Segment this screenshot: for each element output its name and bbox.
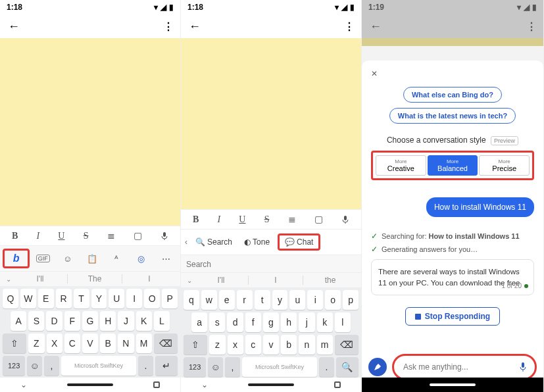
key-o[interactable]: o xyxy=(325,290,341,310)
key-u[interactable]: u xyxy=(289,290,305,310)
suggestion-1[interactable]: I'll xyxy=(13,274,67,283)
fmt-list-icon[interactable]: ≣ xyxy=(107,230,115,241)
key-x[interactable]: X xyxy=(47,333,62,353)
key-z[interactable]: Z xyxy=(28,333,44,353)
suggestion-1[interactable]: I'll xyxy=(194,276,248,285)
mode-back-icon[interactable]: ‹ xyxy=(185,237,187,247)
key-backspace[interactable]: ⌫ xyxy=(154,333,178,353)
key-y[interactable]: Y xyxy=(91,289,107,308)
key-c[interactable]: C xyxy=(64,333,80,353)
style-balanced[interactable]: More Balanced xyxy=(428,155,478,176)
nav-home-pill[interactable] xyxy=(248,383,294,386)
key-l[interactable]: L xyxy=(154,311,170,331)
key-a[interactable]: A xyxy=(11,311,26,331)
nav-home-pill[interactable] xyxy=(430,383,476,386)
key-search[interactable]: 🔍 xyxy=(336,357,359,377)
stop-responding-button[interactable]: Stop Responding xyxy=(405,307,500,326)
key-c[interactable]: c xyxy=(245,335,261,355)
key-space[interactable]: Microsoft SwiftKey xyxy=(61,356,136,376)
back-button[interactable]: ← xyxy=(189,20,201,34)
more-menu[interactable]: ⋮ xyxy=(526,20,535,33)
key-comma[interactable]: , xyxy=(44,356,59,376)
nav-down-icon[interactable]: ⌄ xyxy=(20,380,27,389)
key-s[interactable]: S xyxy=(28,311,44,331)
clipboard-button[interactable]: 📋 xyxy=(80,249,103,268)
key-period[interactable]: . xyxy=(319,357,334,377)
kb-search-input[interactable] xyxy=(186,260,356,269)
more-kb-icon[interactable]: ⋯ xyxy=(155,249,178,268)
key-g[interactable]: G xyxy=(82,311,98,331)
suggestion-2[interactable]: I xyxy=(249,276,303,285)
key-a[interactable]: a xyxy=(191,312,207,332)
key-b[interactable]: b xyxy=(281,335,297,355)
key-i[interactable]: I xyxy=(126,289,142,308)
key-r[interactable]: r xyxy=(237,290,253,310)
key-i[interactable]: i xyxy=(307,290,323,310)
keyboard[interactable]: Q W E R T Y U I O P A S D F G H J K L ⇧ … xyxy=(0,286,180,381)
suggestion-chip[interactable]: What is the latest news in tech? xyxy=(389,108,516,124)
fmt-list-icon[interactable]: ≣ xyxy=(288,214,296,225)
mic-icon[interactable] xyxy=(514,362,532,372)
suggestion-chip[interactable]: What else can Bing do? xyxy=(403,87,502,103)
broom-button[interactable] xyxy=(368,358,387,376)
key-backspace[interactable]: ⌫ xyxy=(335,335,359,355)
key-n[interactable]: n xyxy=(299,335,314,355)
fmt-camera-icon[interactable]: ▢ xyxy=(314,214,323,225)
mode-tone[interactable]: ◐ Tone xyxy=(240,235,274,249)
key-o[interactable]: O xyxy=(144,289,160,308)
key-x[interactable]: x xyxy=(228,335,243,355)
key-j[interactable]: j xyxy=(299,312,314,332)
key-enter[interactable]: ↵ xyxy=(155,356,178,376)
key-f[interactable]: F xyxy=(64,311,80,331)
key-f[interactable]: f xyxy=(245,312,261,332)
key-emoji[interactable]: ☺ xyxy=(27,356,42,376)
style-precise[interactable]: More Precise xyxy=(479,155,530,176)
key-k[interactable]: K xyxy=(136,311,152,331)
bing-button[interactable]: b xyxy=(3,249,30,268)
key-m[interactable]: m xyxy=(317,335,333,355)
key-n[interactable]: N xyxy=(118,333,134,353)
key-123[interactable]: 123 xyxy=(3,356,25,376)
translate-button[interactable]: ᴬ xyxy=(105,249,128,268)
collapse-sug-icon[interactable]: ⌄ xyxy=(185,277,194,284)
key-shift[interactable]: ⇧ xyxy=(3,333,26,353)
more-menu[interactable]: ⋮ xyxy=(344,20,353,33)
fmt-strike[interactable]: S xyxy=(264,214,270,225)
fmt-bold[interactable]: B xyxy=(12,231,18,241)
mode-search[interactable]: 🔍 Search xyxy=(191,235,236,249)
key-t[interactable]: T xyxy=(74,289,89,308)
key-period[interactable]: . xyxy=(138,356,153,376)
fmt-strike[interactable]: S xyxy=(84,231,89,241)
key-b[interactable]: B xyxy=(100,333,116,353)
gif-button[interactable]: GIF xyxy=(31,249,54,268)
fmt-underline[interactable]: U xyxy=(239,214,245,225)
ask-input[interactable] xyxy=(397,358,514,376)
key-t[interactable]: t xyxy=(255,290,270,310)
key-shift[interactable]: ⇧ xyxy=(184,335,207,355)
key-123[interactable]: 123 xyxy=(184,357,206,377)
key-m[interactable]: M xyxy=(136,333,152,353)
key-d[interactable]: d xyxy=(227,312,243,332)
fmt-underline[interactable]: U xyxy=(58,231,64,241)
key-p[interactable]: P xyxy=(162,289,178,308)
key-v[interactable]: V xyxy=(82,333,98,353)
nav-home-pill[interactable] xyxy=(67,383,113,386)
key-z[interactable]: z xyxy=(209,335,225,355)
key-e[interactable]: E xyxy=(38,289,54,308)
key-q[interactable]: q xyxy=(184,290,199,310)
key-h[interactable]: h xyxy=(281,312,297,332)
key-emoji[interactable]: ☺ xyxy=(208,357,223,377)
key-r[interactable]: R xyxy=(56,289,72,308)
key-j[interactable]: J xyxy=(118,311,134,331)
keyboard[interactable]: q w e r t y u i o p a s d f g h j k l ⇧ … xyxy=(181,287,361,382)
key-w[interactable]: w xyxy=(201,290,217,310)
key-h[interactable]: H xyxy=(100,311,116,331)
sticker-button[interactable]: ☺ xyxy=(56,249,79,268)
fmt-mic-icon[interactable] xyxy=(161,232,168,241)
fmt-bold[interactable]: B xyxy=(193,214,199,225)
back-button[interactable]: ← xyxy=(370,20,382,34)
nav-kb-switch-icon[interactable] xyxy=(153,381,160,388)
key-comma[interactable]: , xyxy=(225,357,240,377)
fmt-italic[interactable]: I xyxy=(218,214,221,225)
key-w[interactable]: W xyxy=(20,289,36,308)
